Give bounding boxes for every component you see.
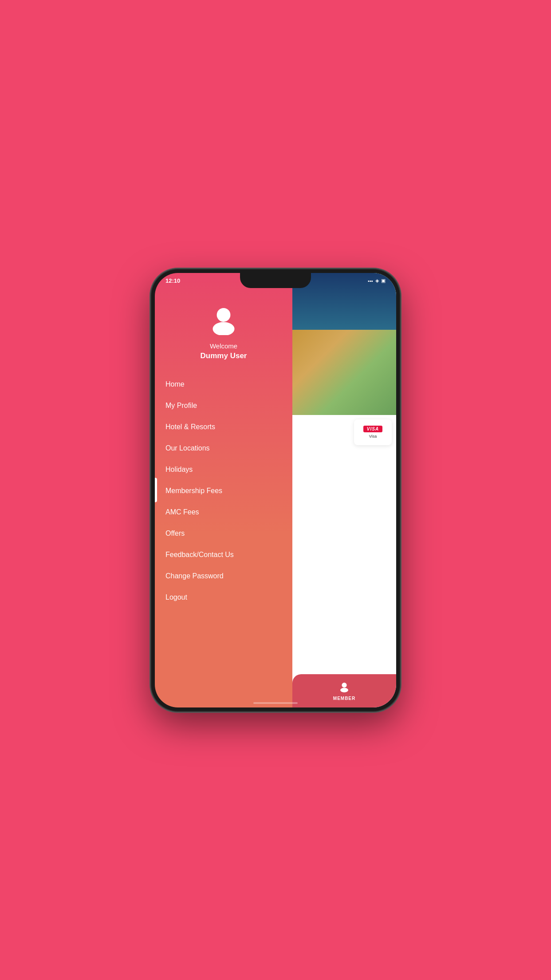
wifi-icon: ◈: [375, 278, 379, 284]
nav-item-membership-fees[interactable]: Membership Fees: [155, 480, 292, 502]
home-bar: [253, 702, 298, 704]
visa-label: Visa: [369, 434, 377, 439]
nav-item-offers[interactable]: Offers: [155, 523, 292, 544]
visa-card-area: VISA Visa: [354, 419, 392, 445]
user-name: Dummy User: [201, 352, 247, 360]
nav-item-home[interactable]: Home: [155, 374, 292, 395]
status-icons: ▪▪▪ ◈ ▣: [368, 278, 387, 284]
signal-icon: ▪▪▪: [368, 278, 373, 284]
nav-item-holidays[interactable]: Holidays: [155, 459, 292, 480]
svg-point-1: [213, 322, 235, 335]
svg-point-3: [340, 688, 348, 692]
member-text: MEMBER: [333, 696, 355, 701]
phone-frame: 12:10 ▪▪▪ ◈ ▣ Welcome Dummy User: [151, 269, 400, 711]
member-bar[interactable]: MEMBER: [292, 674, 396, 707]
nav-item-logout[interactable]: Logout: [155, 587, 292, 608]
nav-item-feedback[interactable]: Feedback/Contact Us: [155, 544, 292, 565]
content-panel: VISA Visa MEMBER: [292, 273, 396, 707]
nav-item-change-password[interactable]: Change Password: [155, 565, 292, 587]
resort-scene: [292, 273, 396, 415]
nav-item-amc-fees[interactable]: AMC Fees: [155, 502, 292, 523]
status-time: 12:10: [164, 277, 180, 284]
sidebar: Welcome Dummy User Home My Profile Hotel…: [155, 273, 292, 707]
nav-item-our-locations[interactable]: Our Locations: [155, 438, 292, 459]
resort-image: [292, 273, 396, 415]
svg-point-2: [342, 683, 346, 688]
notch: [240, 273, 311, 288]
battery-icon: ▣: [381, 278, 386, 284]
visa-badge: VISA: [363, 426, 382, 432]
nav-item-hotel-resorts[interactable]: Hotel & Resorts: [155, 416, 292, 438]
svg-point-0: [217, 308, 231, 322]
nav-menu: Home My Profile Hotel & Resorts Our Loca…: [155, 374, 292, 707]
nav-item-my-profile[interactable]: My Profile: [155, 395, 292, 416]
welcome-label: Welcome: [210, 342, 237, 350]
avatar-icon: [208, 304, 239, 335]
member-icon: [338, 680, 350, 695]
user-section: Welcome Dummy User: [155, 295, 292, 374]
screen: 12:10 ▪▪▪ ◈ ▣ Welcome Dummy User: [155, 273, 396, 707]
